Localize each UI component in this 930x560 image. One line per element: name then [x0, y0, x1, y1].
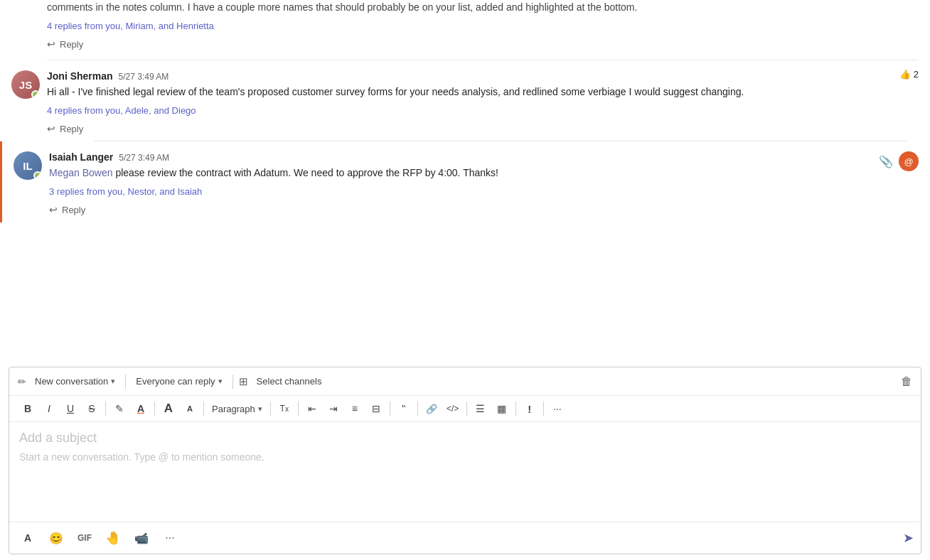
message-time-2: 5/27 3:49 AM [119, 72, 169, 82]
reply-label-3: Reply [62, 205, 85, 215]
font-color-btn[interactable]: A [131, 399, 151, 419]
format-text-btn[interactable]: A [16, 527, 39, 549]
bullets-btn[interactable]: ≡ [345, 399, 365, 419]
sticker-icon: 🤚 [105, 530, 121, 546]
align-btn[interactable]: ☰ [471, 399, 491, 419]
table-btn[interactable]: ▦ [492, 399, 512, 419]
avatar-joni: JS [11, 70, 40, 99]
avatar-status-isaiah [33, 171, 42, 180]
format-toolbar: B I U S ✎ A A A Paragraph ▾ Tx ⇤ ⇥ ≡ ⊟ "… [9, 396, 921, 422]
italic-btn[interactable]: I [39, 399, 59, 419]
channels-icon: ⊞ [239, 375, 248, 388]
code-btn[interactable]: </> [443, 399, 463, 419]
avatar-isaiah: IL [14, 151, 42, 180]
fmt-sep-7 [417, 402, 418, 416]
fmt-sep-3 [203, 402, 204, 416]
message-header-3: Isaiah Langer 5/27 3:49 AM [49, 151, 919, 163]
messages-area: comments in the notes column. I have a c… [0, 0, 930, 361]
fmt-sep-8 [466, 402, 467, 416]
fmt-sep-5 [298, 402, 299, 416]
compose-toolbar-top: ✏ New conversation ▾ Everyone can reply … [9, 367, 921, 396]
avatar-status-joni [31, 90, 40, 99]
toolbar-sep-2 [232, 375, 233, 389]
message-text-2: Hi all - I've finished legal review of t… [47, 85, 919, 99]
everyone-chevron: ▾ [218, 377, 223, 386]
reply-action-2[interactable]: ↩ Reply [47, 120, 919, 141]
fmt-sep-6 [390, 402, 390, 416]
gif-btn[interactable]: GIF [73, 527, 96, 549]
bold-btn[interactable]: B [18, 399, 38, 419]
more-format-btn[interactable]: ··· [547, 399, 567, 419]
strikethrough-btn[interactable]: S [82, 399, 102, 419]
underline-btn[interactable]: U [60, 399, 80, 419]
highlight-btn[interactable]: ✎ [109, 399, 129, 419]
quote-btn[interactable]: " [394, 399, 414, 419]
reaction-count-2: 2 [914, 69, 919, 80]
clear-format-btn[interactable]: Tx [274, 399, 294, 419]
select-channels-label: Select channels [257, 376, 322, 387]
reaction-badge-2: 👍 2 [899, 69, 919, 80]
gif-icon: GIF [78, 533, 92, 543]
numbered-btn[interactable]: ⊟ [366, 399, 386, 419]
emoji-btn[interactable]: 😊 [45, 527, 68, 549]
select-channels-btn[interactable]: Select channels [252, 373, 326, 389]
message-header-2: Joni Sherman 5/27 3:49 AM [47, 70, 919, 82]
indent-btn[interactable]: ⇥ [324, 399, 343, 419]
paragraph-chevron: ▾ [258, 404, 262, 414]
link-btn[interactable]: 🔗 [422, 399, 442, 419]
sender-name-isaiah: Isaiah Langer [49, 151, 113, 163]
compose-area: ✏ New conversation ▾ Everyone can reply … [9, 367, 921, 554]
message-snippet-1: comments in the notes column. I have a c… [0, 0, 930, 21]
mention-text: Megan Bowen [49, 167, 113, 178]
edit-icon: ✏ [18, 376, 26, 387]
reaction-emoji-2: 👍 [899, 69, 911, 80]
send-btn[interactable]: ➤ [903, 530, 914, 546]
send-icon: ➤ [903, 531, 914, 545]
format-icon: A [24, 532, 31, 544]
reply-arrow-icon-1: ↩ [47, 38, 55, 50]
mention-icon-btn-msg3[interactable]: @ [899, 151, 919, 171]
paragraph-btn[interactable]: Paragraph ▾ [208, 399, 267, 419]
message-block-1: comments in the notes column. I have a c… [0, 0, 930, 60]
message-placeholder[interactable]: Start a new conversation. Type @ to ment… [19, 451, 911, 463]
message-text-3: Megan Bowen please review the contract w… [49, 166, 919, 181]
replies-link-2[interactable]: 4 replies from you, Adele, and Diego [47, 105, 919, 116]
message-content-3: Isaiah Langer 5/27 3:49 AM Megan Bowen p… [49, 151, 919, 222]
sticker-btn[interactable]: 🤚 [102, 527, 124, 549]
new-conversation-label: New conversation [35, 376, 108, 387]
message-time-3: 5/27 3:49 AM [119, 153, 169, 163]
subject-placeholder[interactable]: Add a subject [19, 431, 911, 446]
emoji-icon: 😊 [49, 532, 63, 545]
sender-name-joni: Joni Sherman [47, 70, 113, 82]
paragraph-label: Paragraph [212, 404, 255, 414]
video-btn[interactable]: 📹 [130, 527, 153, 549]
fmt-sep-10 [543, 402, 544, 416]
replies-link-1[interactable]: 4 replies from you, Miriam, and Henriett… [47, 21, 919, 31]
font-size-small-btn[interactable]: A [180, 399, 200, 419]
compose-body[interactable]: Add a subject Start a new conversation. … [9, 422, 921, 522]
message-content-2: Joni Sherman 5/27 3:49 AM Hi all - I've … [47, 70, 919, 141]
attach-icon-msg3[interactable]: 📎 [879, 155, 893, 168]
font-size-large-btn[interactable]: A [159, 399, 178, 419]
fmt-sep-2 [154, 402, 155, 416]
toolbar-sep-1 [125, 375, 126, 389]
reply-arrow-icon-2: ↩ [47, 123, 55, 134]
reply-action-3[interactable]: ↩ Reply [49, 201, 919, 222]
outdent-btn[interactable]: ⇤ [302, 399, 322, 419]
video-icon: 📹 [134, 532, 149, 545]
fmt-sep-9 [515, 402, 516, 416]
replies-link-3[interactable]: 3 replies from you, Nestor, and Isaiah [49, 186, 919, 197]
reply-label-2: Reply [60, 124, 83, 134]
message-block-3: IL Isaiah Langer 5/27 3:49 AM Megan Bowe… [0, 141, 930, 222]
reply-arrow-icon-3: ↩ [49, 204, 58, 215]
important-btn[interactable]: ! [520, 399, 540, 419]
more-icon: ··· [165, 532, 174, 544]
new-conversation-chevron: ▾ [111, 377, 115, 386]
new-conversation-btn[interactable]: New conversation ▾ [31, 373, 119, 389]
reply-action-1[interactable]: ↩ Reply [47, 36, 919, 57]
more-actions-btn[interactable]: ··· [159, 527, 181, 549]
everyone-can-reply-btn[interactable]: Everyone can reply ▾ [132, 373, 226, 389]
message-text-after: please review the contract with Adatum. … [113, 167, 498, 178]
trash-icon[interactable]: 🗑 [901, 375, 912, 388]
reply-label-1: Reply [60, 39, 83, 50]
